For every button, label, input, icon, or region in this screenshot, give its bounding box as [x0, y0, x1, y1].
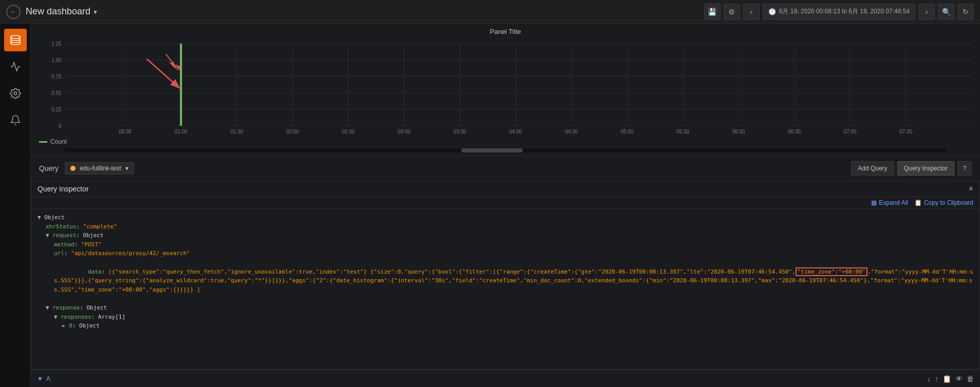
- qi-toolbar: ▦ Expand All 📋 Copy to Clipboard: [31, 197, 979, 209]
- query-section-right: Add Query Query Inspector ?: [851, 161, 972, 176]
- chart-container: Panel Title 1.25 1.00 0.75 0.50 0.25: [31, 24, 980, 156]
- qi-line-data: data: [{"search_type":"query_then_fetch"…: [37, 258, 973, 303]
- save-button[interactable]: 💾: [704, 4, 721, 20]
- content-area: Panel Title 1.25 1.00 0.75 0.50 0.25: [31, 24, 980, 387]
- qi-line-request: ▼ request: Object: [37, 231, 973, 240]
- svg-text:1.00: 1.00: [51, 57, 62, 63]
- chart-scrollbar-thumb[interactable]: [461, 148, 523, 152]
- visibility-icon[interactable]: 👁: [955, 375, 963, 383]
- svg-point-0: [11, 35, 20, 38]
- svg-point-1: [14, 92, 17, 95]
- svg-line-46: [166, 54, 179, 70]
- svg-text:05:30: 05:30: [676, 129, 689, 134]
- svg-text:06:30: 06:30: [788, 129, 801, 134]
- add-query-button[interactable]: Add Query: [851, 161, 894, 176]
- gear-icon: ⚙: [728, 8, 735, 16]
- svg-text:0.50: 0.50: [51, 90, 62, 96]
- svg-text:07:30: 07:30: [899, 129, 912, 134]
- expand-all-label: Expand All: [879, 199, 908, 206]
- sidebar-item-chart[interactable]: [4, 55, 27, 78]
- copy-to-clipboard-button[interactable]: 📋 Copy to Clipboard: [914, 199, 973, 206]
- refresh-button[interactable]: ↻: [957, 4, 974, 20]
- qi-header: Query Inspector ×: [31, 181, 979, 197]
- bottom-a-label[interactable]: ▼ A: [37, 375, 50, 382]
- qi-line-method: method: "POST": [37, 240, 973, 249]
- zoom-out-button[interactable]: 🔍: [938, 4, 954, 20]
- sidebar-item-settings[interactable]: [4, 82, 27, 105]
- legend-color-indicator: [39, 141, 47, 143]
- qi-line-response: ▼ response: Object: [37, 303, 973, 313]
- svg-text:04:00: 04:00: [509, 129, 522, 134]
- clock-icon: 🕐: [768, 8, 776, 15]
- qi-close-button[interactable]: ×: [969, 184, 973, 194]
- qi-line-xhr-status: xhrStatus: "complete": [37, 222, 973, 231]
- svg-text:05:00: 05:00: [621, 129, 634, 134]
- datasource-selector[interactable]: edu-fulllink-test ▾: [65, 162, 134, 175]
- chevron-right-icon: ›: [926, 8, 928, 16]
- qi-line-object: ▼ Object: [37, 213, 973, 222]
- back-button[interactable]: ←: [6, 5, 21, 19]
- chart-scrollbar-track: [65, 148, 946, 152]
- help-button[interactable]: ?: [957, 161, 972, 176]
- bottom-a-text: A: [46, 375, 50, 382]
- datasource-dot: [70, 166, 76, 171]
- qi-content[interactable]: ▼ Object xhrStatus: "complete" ▼ request…: [31, 209, 979, 369]
- query-label: Query: [39, 164, 59, 172]
- delete-icon[interactable]: 🗑: [967, 375, 974, 383]
- time-range-selector[interactable]: 🕐 6月 19, 2020 00:08:13 to 6月 19, 2020 07…: [763, 4, 915, 20]
- query-section-left: Query edu-fulllink-test ▾: [39, 162, 134, 175]
- svg-text:03:00: 03:00: [398, 129, 410, 134]
- time-range-text: 6月 19, 2020 00:08:13 to 6月 19, 2020 07:4…: [779, 7, 910, 16]
- query-inspector-panel: Query Inspector × ▦ Expand All 📋 Copy to…: [31, 181, 980, 370]
- panel-title: Panel Title: [39, 28, 972, 35]
- svg-text:02:00: 02:00: [286, 129, 299, 134]
- top-bar-left: ← New dashboard ▾: [6, 5, 97, 19]
- svg-text:04:30: 04:30: [565, 129, 578, 134]
- sidebar-item-database[interactable]: [4, 29, 27, 51]
- legend-label: Count: [50, 138, 67, 145]
- svg-text:06:00: 06:00: [732, 129, 745, 134]
- bottom-a-row: ▼ A ↓ ↑ 📋 👁 🗑: [31, 370, 980, 387]
- move-up-icon[interactable]: ↑: [935, 375, 938, 383]
- expand-all-button[interactable]: ▦ Expand All: [871, 199, 908, 206]
- query-inspector-button[interactable]: Query Inspector: [897, 161, 954, 176]
- zoom-icon: 🔍: [942, 8, 951, 16]
- svg-text:0.75: 0.75: [51, 74, 62, 80]
- save-icon: 💾: [708, 8, 717, 16]
- back-icon: ←: [10, 8, 16, 15]
- time-range-right-button[interactable]: ›: [918, 4, 935, 20]
- dashboard-title[interactable]: New dashboard ▾: [26, 6, 97, 17]
- clipboard-icon: 📋: [914, 199, 922, 206]
- svg-text:1.25: 1.25: [51, 41, 62, 47]
- sidebar-item-alerts[interactable]: [4, 109, 27, 131]
- move-down-icon[interactable]: ↓: [927, 375, 931, 383]
- dashboard-title-arrow: ▾: [93, 8, 97, 16]
- chart-svg: 1.25 1.00 0.75 0.50 0.25 0 00:30 01:00 0…: [39, 38, 972, 136]
- datasource-dropdown-icon: ▾: [125, 165, 128, 172]
- qi-line-responses-0: ► 0: Object: [37, 321, 973, 331]
- svg-rect-44: [180, 44, 182, 126]
- svg-text:00:30: 00:30: [119, 129, 131, 134]
- svg-text:01:30: 01:30: [231, 129, 243, 134]
- svg-text:0.25: 0.25: [51, 107, 62, 112]
- svg-text:01:00: 01:00: [175, 129, 187, 134]
- refresh-icon: ↻: [963, 8, 969, 16]
- svg-text:03:30: 03:30: [454, 129, 466, 134]
- settings-button[interactable]: ⚙: [724, 4, 740, 20]
- qi-title: Query Inspector: [37, 185, 89, 193]
- svg-text:02:30: 02:30: [342, 129, 355, 134]
- bottom-a-icons: ↓ ↑ 📋 👁 🗑: [927, 375, 974, 383]
- svg-text:0: 0: [59, 123, 62, 129]
- dashboard-title-text: New dashboard: [26, 6, 90, 17]
- sidebar: [0, 24, 31, 387]
- datasource-name: edu-fulllink-test: [80, 165, 121, 172]
- chevron-left-icon: ‹: [750, 8, 752, 16]
- chart-area: 1.25 1.00 0.75 0.50 0.25 0 00:30 01:00 0…: [39, 38, 972, 136]
- query-section: Query edu-fulllink-test ▾ Add Query Quer…: [31, 156, 980, 181]
- main-layout: Panel Title 1.25 1.00 0.75 0.50 0.25: [0, 24, 980, 387]
- top-bar-right: 💾 ⚙ ‹ 🕐 6月 19, 2020 00:08:13 to 6月 19, 2…: [704, 4, 974, 20]
- time-range-left-button[interactable]: ‹: [743, 4, 760, 20]
- qi-line-url: url: "api/datasources/proxy/42/_msearch": [37, 249, 973, 258]
- copy-to-clipboard-label: Copy to Clipboard: [924, 199, 973, 206]
- duplicate-icon[interactable]: 📋: [943, 375, 951, 383]
